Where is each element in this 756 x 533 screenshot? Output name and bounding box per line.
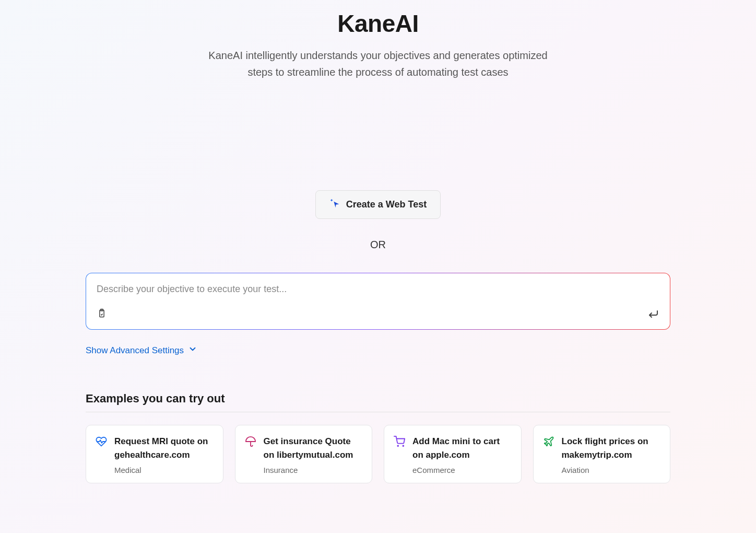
cursor-sparkle-icon (329, 198, 340, 211)
cart-icon (394, 436, 405, 447)
show-advanced-settings-link[interactable]: Show Advanced Settings (86, 344, 670, 356)
advanced-settings-label: Show Advanced Settings (86, 345, 184, 356)
example-card-category: Aviation (562, 466, 661, 474)
examples-heading: Examples you can try out (86, 392, 670, 412)
example-card-title: Request MRI quote on gehealthcare.com (114, 435, 214, 461)
example-card-insurance[interactable]: Get insurance Quote on libertymutual.com… (235, 425, 373, 483)
svg-point-4 (403, 445, 404, 446)
example-card-title: Add Mac mini to cart on apple.com (412, 435, 512, 461)
example-card-title: Get insurance Quote on libertymutual.com (264, 435, 363, 461)
svg-point-3 (397, 445, 398, 446)
example-cards-row: Request MRI quote on gehealthcare.com Me… (86, 425, 670, 483)
example-card-ecommerce[interactable]: Add Mac mini to cart on apple.com eComme… (384, 425, 522, 483)
umbrella-icon (245, 436, 256, 447)
example-card-title: Lock flight prices on makemytrip.com (562, 435, 661, 461)
example-card-aviation[interactable]: Lock flight prices on makemytrip.com Avi… (533, 425, 671, 483)
create-web-test-button[interactable]: Create a Web Test (315, 190, 441, 219)
example-card-category: Medical (114, 466, 214, 474)
clipboard-icon[interactable] (97, 308, 107, 321)
create-web-test-label: Create a Web Test (346, 199, 427, 210)
chevron-down-icon (188, 344, 197, 356)
objective-input[interactable] (97, 284, 659, 295)
page-title: KaneAI (337, 9, 418, 38)
example-card-category: eCommerce (412, 466, 512, 474)
or-divider: OR (370, 239, 386, 251)
example-card-category: Insurance (264, 466, 363, 474)
plane-icon (543, 436, 554, 447)
heart-icon (96, 436, 107, 447)
page-subtitle: KaneAI intelligently understands your ob… (195, 47, 561, 80)
objective-input-container (86, 273, 670, 330)
example-card-medical[interactable]: Request MRI quote on gehealthcare.com Me… (86, 425, 223, 483)
submit-icon[interactable] (647, 307, 659, 322)
